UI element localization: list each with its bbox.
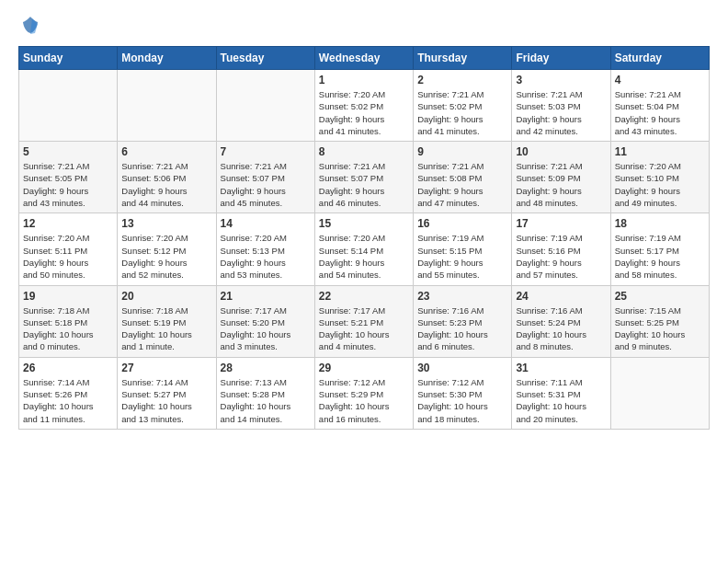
day-info: Sunrise: 7:20 AM Sunset: 5:12 PM Dayligh… xyxy=(121,232,211,281)
day-info: Sunrise: 7:16 AM Sunset: 5:23 PM Dayligh… xyxy=(417,304,507,353)
calendar-cell: 17Sunrise: 7:19 AM Sunset: 5:16 PM Dayli… xyxy=(512,213,610,285)
calendar-cell xyxy=(19,70,118,142)
day-info: Sunrise: 7:20 AM Sunset: 5:13 PM Dayligh… xyxy=(221,232,311,281)
calendar-cell: 22Sunrise: 7:17 AM Sunset: 5:21 PM Dayli… xyxy=(314,285,413,357)
day-info: Sunrise: 7:14 AM Sunset: 5:27 PM Dayligh… xyxy=(121,376,211,425)
calendar-cell xyxy=(216,70,314,142)
calendar-cell: 26Sunrise: 7:14 AM Sunset: 5:26 PM Dayli… xyxy=(19,357,118,429)
day-number: 26 xyxy=(23,362,113,374)
logo-icon xyxy=(20,15,40,35)
day-info: Sunrise: 7:16 AM Sunset: 5:24 PM Dayligh… xyxy=(516,304,606,353)
day-info: Sunrise: 7:21 AM Sunset: 5:08 PM Dayligh… xyxy=(417,160,507,209)
calendar-cell: 4Sunrise: 7:21 AM Sunset: 5:04 PM Daylig… xyxy=(610,70,709,142)
day-number: 7 xyxy=(221,145,311,158)
calendar-cell: 2Sunrise: 7:21 AM Sunset: 5:02 PM Daylig… xyxy=(414,70,512,142)
calendar-cell: 9Sunrise: 7:21 AM Sunset: 5:08 PM Daylig… xyxy=(414,142,512,213)
day-info: Sunrise: 7:19 AM Sunset: 5:15 PM Dayligh… xyxy=(417,232,507,281)
calendar-cell: 31Sunrise: 7:11 AM Sunset: 5:31 PM Dayli… xyxy=(512,357,610,429)
day-number: 24 xyxy=(516,290,606,303)
day-number: 14 xyxy=(221,217,311,230)
calendar-cell xyxy=(118,70,216,142)
day-info: Sunrise: 7:21 AM Sunset: 5:07 PM Dayligh… xyxy=(221,160,311,209)
day-number: 23 xyxy=(417,290,507,303)
calendar-cell: 16Sunrise: 7:19 AM Sunset: 5:15 PM Dayli… xyxy=(414,213,512,285)
logo xyxy=(18,15,40,35)
day-info: Sunrise: 7:21 AM Sunset: 5:06 PM Dayligh… xyxy=(121,160,211,209)
calendar-week-row: 26Sunrise: 7:14 AM Sunset: 5:26 PM Dayli… xyxy=(19,357,710,429)
day-number: 18 xyxy=(615,217,705,230)
calendar-cell: 1Sunrise: 7:20 AM Sunset: 5:02 PM Daylig… xyxy=(314,70,413,142)
calendar-cell: 29Sunrise: 7:12 AM Sunset: 5:29 PM Dayli… xyxy=(314,357,413,429)
day-info: Sunrise: 7:20 AM Sunset: 5:11 PM Dayligh… xyxy=(23,232,113,281)
day-number: 31 xyxy=(516,362,606,374)
calendar-cell: 18Sunrise: 7:19 AM Sunset: 5:17 PM Dayli… xyxy=(610,213,709,285)
day-info: Sunrise: 7:14 AM Sunset: 5:26 PM Dayligh… xyxy=(23,376,113,425)
day-number: 6 xyxy=(121,145,211,158)
weekday-header: Tuesday xyxy=(216,47,314,70)
weekday-header: Thursday xyxy=(414,47,512,70)
day-info: Sunrise: 7:21 AM Sunset: 5:05 PM Dayligh… xyxy=(23,160,113,209)
weekday-header: Monday xyxy=(118,47,216,70)
calendar-cell: 20Sunrise: 7:18 AM Sunset: 5:19 PM Dayli… xyxy=(118,285,216,357)
calendar-cell: 21Sunrise: 7:17 AM Sunset: 5:20 PM Dayli… xyxy=(216,285,314,357)
calendar-cell: 11Sunrise: 7:20 AM Sunset: 5:10 PM Dayli… xyxy=(610,142,709,213)
day-number: 27 xyxy=(121,362,211,374)
day-number: 22 xyxy=(319,290,409,303)
calendar-cell: 12Sunrise: 7:20 AM Sunset: 5:11 PM Dayli… xyxy=(19,213,118,285)
calendar-week-row: 12Sunrise: 7:20 AM Sunset: 5:11 PM Dayli… xyxy=(19,213,710,285)
day-number: 3 xyxy=(516,74,606,86)
day-number: 9 xyxy=(417,145,507,158)
day-number: 20 xyxy=(121,290,211,303)
calendar-cell: 15Sunrise: 7:20 AM Sunset: 5:14 PM Dayli… xyxy=(314,213,413,285)
calendar-cell: 28Sunrise: 7:13 AM Sunset: 5:28 PM Dayli… xyxy=(216,357,314,429)
calendar-week-row: 1Sunrise: 7:20 AM Sunset: 5:02 PM Daylig… xyxy=(19,70,710,142)
day-info: Sunrise: 7:18 AM Sunset: 5:19 PM Dayligh… xyxy=(121,304,211,353)
day-number: 4 xyxy=(615,74,705,86)
calendar-cell: 5Sunrise: 7:21 AM Sunset: 5:05 PM Daylig… xyxy=(19,142,118,213)
day-number: 11 xyxy=(615,145,705,158)
day-info: Sunrise: 7:19 AM Sunset: 5:16 PM Dayligh… xyxy=(516,232,606,281)
weekday-header-row: SundayMondayTuesdayWednesdayThursdayFrid… xyxy=(19,47,710,70)
calendar-cell: 8Sunrise: 7:21 AM Sunset: 5:07 PM Daylig… xyxy=(314,142,413,213)
day-number: 10 xyxy=(516,145,606,158)
day-number: 25 xyxy=(615,290,705,303)
day-number: 15 xyxy=(319,217,409,230)
calendar-week-row: 5Sunrise: 7:21 AM Sunset: 5:05 PM Daylig… xyxy=(19,142,710,213)
day-info: Sunrise: 7:18 AM Sunset: 5:18 PM Dayligh… xyxy=(23,304,113,353)
day-info: Sunrise: 7:20 AM Sunset: 5:14 PM Dayligh… xyxy=(319,232,409,281)
calendar-cell: 30Sunrise: 7:12 AM Sunset: 5:30 PM Dayli… xyxy=(414,357,512,429)
day-info: Sunrise: 7:13 AM Sunset: 5:28 PM Dayligh… xyxy=(221,376,311,425)
day-number: 8 xyxy=(319,145,409,158)
day-number: 29 xyxy=(319,362,409,374)
calendar-cell: 19Sunrise: 7:18 AM Sunset: 5:18 PM Dayli… xyxy=(19,285,118,357)
day-info: Sunrise: 7:17 AM Sunset: 5:20 PM Dayligh… xyxy=(221,304,311,353)
calendar-cell: 25Sunrise: 7:15 AM Sunset: 5:25 PM Dayli… xyxy=(610,285,709,357)
day-info: Sunrise: 7:21 AM Sunset: 5:09 PM Dayligh… xyxy=(516,160,606,209)
day-info: Sunrise: 7:21 AM Sunset: 5:02 PM Dayligh… xyxy=(417,88,507,137)
day-number: 5 xyxy=(23,145,113,158)
calendar-cell: 7Sunrise: 7:21 AM Sunset: 5:07 PM Daylig… xyxy=(216,142,314,213)
day-number: 21 xyxy=(221,290,311,303)
day-info: Sunrise: 7:21 AM Sunset: 5:04 PM Dayligh… xyxy=(615,88,705,137)
day-number: 16 xyxy=(417,217,507,230)
weekday-header: Saturday xyxy=(610,47,709,70)
calendar-cell: 3Sunrise: 7:21 AM Sunset: 5:03 PM Daylig… xyxy=(512,70,610,142)
header xyxy=(18,15,710,35)
day-number: 2 xyxy=(417,74,507,86)
calendar-cell: 14Sunrise: 7:20 AM Sunset: 5:13 PM Dayli… xyxy=(216,213,314,285)
calendar-cell: 10Sunrise: 7:21 AM Sunset: 5:09 PM Dayli… xyxy=(512,142,610,213)
calendar-cell: 23Sunrise: 7:16 AM Sunset: 5:23 PM Dayli… xyxy=(414,285,512,357)
calendar-cell xyxy=(610,357,709,429)
calendar-cell: 6Sunrise: 7:21 AM Sunset: 5:06 PM Daylig… xyxy=(118,142,216,213)
page: SundayMondayTuesdayWednesdayThursdayFrid… xyxy=(0,0,728,563)
weekday-header: Wednesday xyxy=(314,47,413,70)
day-info: Sunrise: 7:12 AM Sunset: 5:29 PM Dayligh… xyxy=(319,376,409,425)
calendar-cell: 24Sunrise: 7:16 AM Sunset: 5:24 PM Dayli… xyxy=(512,285,610,357)
day-number: 13 xyxy=(121,217,211,230)
day-info: Sunrise: 7:11 AM Sunset: 5:31 PM Dayligh… xyxy=(516,376,606,425)
day-number: 30 xyxy=(417,362,507,374)
day-number: 1 xyxy=(319,74,409,86)
calendar: SundayMondayTuesdayWednesdayThursdayFrid… xyxy=(18,46,710,430)
weekday-header: Friday xyxy=(512,47,610,70)
day-info: Sunrise: 7:20 AM Sunset: 5:02 PM Dayligh… xyxy=(319,88,409,137)
